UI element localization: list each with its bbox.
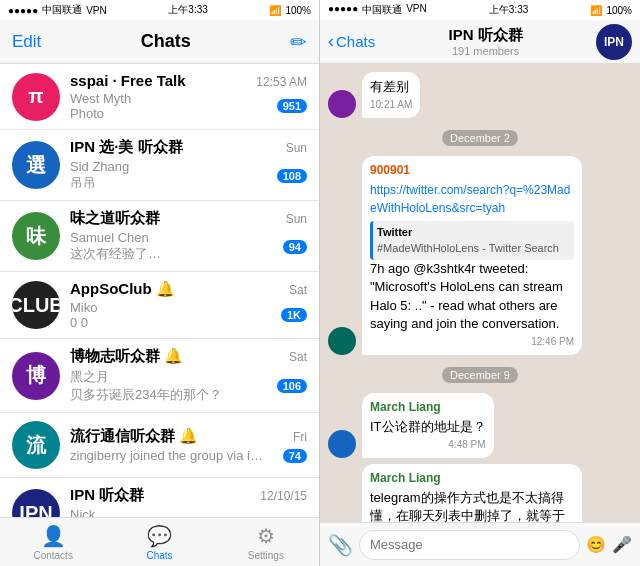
chat-item[interactable]: 味 味之道听众群 Sun Samuel Chen这次有经验了… 94 xyxy=(0,201,319,272)
chat-item[interactable]: π sspai · Free Talk 12:53 AM West MythPh… xyxy=(0,64,319,130)
chat-name: sspai · Free Talk xyxy=(70,72,186,89)
message-time: 4:48 PM xyxy=(370,438,486,452)
carrier-info: ●●●●● 中国联通 VPN xyxy=(8,3,107,17)
chat-content: sspai · Free Talk 12:53 AM West MythPhot… xyxy=(70,72,307,121)
message-text: telegram的操作方式也是不太搞得懂，在聊天列表中删掉了，就等于从群里退出了… xyxy=(370,489,574,522)
chat-bottom: zingiberry joined the group via invite l… xyxy=(70,448,307,463)
chat-content: IPN 选·美 听众群 Sun Sid Zhang吊吊 108 xyxy=(70,138,307,192)
battery-left: 100% xyxy=(285,5,311,16)
chat-item[interactable]: IPN IPN 听众群 12/10/15 Nick并不是 xyxy=(0,478,319,517)
sender-name: March Liang xyxy=(370,399,486,416)
chat-item[interactable]: 博 博物志听众群 🔔 Sat 黑之月贝多芬诞辰234年的那个？ 106 xyxy=(0,339,319,413)
message-bubble: March LiangIT公论群的地址是？4:48 PM xyxy=(362,393,494,458)
chat-avatar: 選 xyxy=(12,141,60,189)
right-panel: ●●●●● 中国联通 VPN 上午3:33 📶 100% ‹ Chats IPN… xyxy=(320,0,640,566)
carrier-info-right: ●●●●● 中国联通 VPN xyxy=(328,3,427,17)
link-title: Twitter xyxy=(377,225,570,240)
vpn-label: VPN xyxy=(86,5,107,16)
status-time-left: 上午3:33 xyxy=(168,3,207,17)
battery-right: 📶 100% xyxy=(590,5,632,16)
chat-time: 12:53 AM xyxy=(256,75,307,89)
chat-content: 博物志听众群 🔔 Sat 黑之月贝多芬诞辰234年的那个？ 106 xyxy=(70,347,307,404)
battery-pct-right: 100% xyxy=(606,5,632,16)
chat-time: Sun xyxy=(286,212,307,226)
chat-bottom: Samuel Chen这次有经验了… 94 xyxy=(70,230,307,263)
chat-list: π sspai · Free Talk 12:53 AM West MythPh… xyxy=(0,64,319,517)
battery-info-left: 📶 100% xyxy=(269,5,311,16)
chat-bottom: Miko0 0 1K xyxy=(70,300,307,330)
group-name: IPN 听众群 xyxy=(449,26,523,45)
chat-preview: West MythPhoto xyxy=(70,91,131,121)
tab-contacts[interactable]: 👤 Contacts xyxy=(0,518,106,566)
message-input[interactable] xyxy=(359,530,580,560)
chat-content: 味之道听众群 Sun Samuel Chen这次有经验了… 94 xyxy=(70,209,307,263)
mic-icon[interactable]: 🎤 xyxy=(612,535,632,554)
chat-content: 流行通信听众群 🔔 Fri zingiberry joined the grou… xyxy=(70,427,307,463)
chat-name: 博物志听众群 🔔 xyxy=(70,347,183,366)
chat-top: sspai · Free Talk 12:53 AM xyxy=(70,72,307,89)
message-bubble: 有差别10:21 AM xyxy=(362,72,420,118)
chat-top: IPN 选·美 听众群 Sun xyxy=(70,138,307,157)
emoji-icon[interactable]: 😊 xyxy=(586,535,606,554)
nav-bar-right: ‹ Chats IPN 听众群 191 members IPN xyxy=(320,20,640,64)
member-count: 191 members xyxy=(452,45,519,57)
tab-label: Chats xyxy=(146,550,172,561)
message-time: 10:21 AM xyxy=(370,98,412,112)
tab-label: Settings xyxy=(248,550,284,561)
back-button[interactable]: ‹ Chats xyxy=(328,31,375,52)
chat-name: IPN 选·美 听众群 xyxy=(70,138,183,157)
unread-badge: 74 xyxy=(283,449,307,463)
chat-preview: 黑之月贝多芬诞辰234年的那个？ xyxy=(70,368,222,404)
carrier-right: 中国联通 xyxy=(362,3,402,17)
tab-settings[interactable]: ⚙ Settings xyxy=(213,518,319,566)
chat-item[interactable]: CLUB AppSoClub 🔔 Sat Miko0 0 1K xyxy=(0,272,319,339)
chat-avatar: 博 xyxy=(12,352,60,400)
chat-top: 博物志听众群 🔔 Sat xyxy=(70,347,307,366)
message-avatar xyxy=(328,90,356,118)
chat-top: 流行通信听众群 🔔 Fri xyxy=(70,427,307,446)
chat-preview: Sid Zhang吊吊 xyxy=(70,159,129,192)
chat-name: IPN 听众群 xyxy=(70,486,144,505)
chat-content: AppSoClub 🔔 Sat Miko0 0 1K xyxy=(70,280,307,330)
date-separator: December 2 xyxy=(328,128,632,146)
message-row: March LiangIT公论群的地址是？4:48 PM xyxy=(328,393,632,458)
tab-icon: 👤 xyxy=(41,524,66,548)
attach-icon[interactable]: 📎 xyxy=(328,533,353,557)
wifi-icon: 📶 xyxy=(269,5,281,16)
chat-bottom: West MythPhoto 951 xyxy=(70,91,307,121)
chat-bottom: Nick并不是 xyxy=(70,507,307,517)
vpn-right: VPN xyxy=(406,3,427,17)
message-avatar xyxy=(328,327,356,355)
message-link[interactable]: https://twitter.com/search?q=%23MadeWith… xyxy=(370,183,570,215)
unread-badge: 106 xyxy=(277,379,307,393)
chat-content: IPN 听众群 12/10/15 Nick并不是 xyxy=(70,486,307,517)
chat-name: AppSoClub 🔔 xyxy=(70,280,175,298)
message-text: IT公论群的地址是？ xyxy=(370,418,486,436)
chat-avatar: 流 xyxy=(12,421,60,469)
chat-time: Sat xyxy=(289,350,307,364)
link-desc: #MadeWithHoloLens - Twitter Search xyxy=(377,241,570,256)
chat-item[interactable]: 選 IPN 选·美 听众群 Sun Sid Zhang吊吊 108 xyxy=(0,130,319,201)
chat-preview: zingiberry joined the group via invite l… xyxy=(70,448,270,463)
chat-name: 流行通信听众群 🔔 xyxy=(70,427,198,446)
tab-chats[interactable]: 💬 Chats xyxy=(106,518,212,566)
back-label: Chats xyxy=(336,33,375,50)
sender-name: 900901 xyxy=(370,162,574,179)
status-bar-right: ●●●●● 中国联通 VPN 上午3:33 📶 100% xyxy=(320,0,640,20)
edit-button[interactable]: Edit xyxy=(12,32,41,52)
input-icons: 😊 🎤 xyxy=(586,535,632,554)
tab-icon: ⚙ xyxy=(257,524,275,548)
chats-title: Chats xyxy=(141,31,191,52)
chat-time: Sun xyxy=(286,141,307,155)
message-time: 12:46 PM xyxy=(370,335,574,349)
chat-header-info: IPN 听众群 191 members xyxy=(379,26,592,57)
message-bubble: 900901https://twitter.com/search?q=%23Ma… xyxy=(362,156,582,355)
message-bubble: March Liangtelegram的操作方式也是不太搞得懂，在聊天列表中删掉… xyxy=(362,464,582,522)
chat-avatar: π xyxy=(12,73,60,121)
compose-button[interactable]: ✏ xyxy=(290,30,307,54)
signal-dots: ●●●●● xyxy=(8,5,38,16)
chat-item[interactable]: 流 流行通信听众群 🔔 Fri zingiberry joined the gr… xyxy=(0,413,319,478)
tab-label: Contacts xyxy=(33,550,72,561)
date-separator: December 9 xyxy=(328,365,632,383)
messages-area[interactable]: 有差别10:21 AM December 2 900901https://twi… xyxy=(320,64,640,522)
